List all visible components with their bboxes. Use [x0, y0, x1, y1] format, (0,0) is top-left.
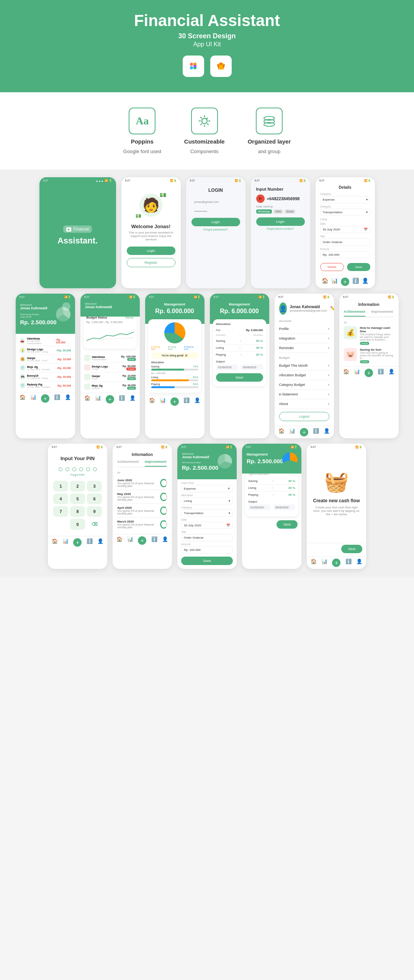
nav-home-icon[interactable]: 🏠	[20, 394, 26, 403]
profile-menu-item[interactable]: Profile›	[279, 324, 329, 334]
pin-key-3[interactable]: 3	[87, 481, 102, 492]
nav-add-btn[interactable]: +	[365, 369, 373, 377]
nav-home-icon[interactable]: 🏠	[52, 538, 58, 547]
tab-achievement[interactable]: Achievement	[344, 310, 365, 317]
cf-expense-select[interactable]: Expense ✕	[181, 485, 233, 492]
nav-chart-icon[interactable]: 📊	[30, 394, 36, 403]
nav-chart-icon[interactable]: 📊	[331, 278, 338, 286]
nav-person-icon[interactable]: 👤	[65, 394, 71, 403]
pin-key-5[interactable]: 5	[70, 493, 85, 504]
nav-chart-icon[interactable]: 📊	[62, 538, 69, 547]
cf-transport-select[interactable]: Transportation ▾	[181, 510, 233, 517]
mgmt2-date-start[interactable]: 01/09/2020	[248, 505, 271, 510]
details-amount-field[interactable]: Rp. 100.000	[320, 251, 370, 258]
cf-title-select[interactable]: Order Grabcar	[181, 534, 233, 541]
nav-chart-icon[interactable]: 📊	[321, 559, 327, 567]
nav-info-icon[interactable]: ℹ️	[183, 397, 190, 406]
tab-achievement2[interactable]: Achievement	[117, 460, 139, 467]
tab-improvement2[interactable]: Improvement	[145, 460, 167, 467]
account-edit-icon[interactable]: ✏️	[330, 306, 334, 311]
nav-add-btn[interactable]: +	[332, 559, 340, 567]
pin-key-4[interactable]: 4	[53, 493, 68, 504]
nav-add-btn[interactable]: +	[170, 397, 179, 406]
pin-key-8[interactable]: 8	[70, 506, 85, 517]
cf-living-select[interactable]: Living ▾	[181, 497, 233, 505]
alloc-budget-item[interactable]: Allocation Budget›	[279, 371, 329, 380]
nav-info-icon[interactable]: ℹ️	[378, 369, 384, 377]
forgot-password-link[interactable]: Forgot password?	[191, 228, 240, 231]
cf-date-select[interactable]: 30 July 2020 📅	[181, 522, 233, 529]
nav-home-icon[interactable]: 🏠	[343, 369, 349, 377]
nav-add-btn[interactable]: +	[138, 536, 146, 545]
nav-add-btn[interactable]: +	[300, 428, 308, 436]
pin-key-2[interactable]: 2	[70, 481, 85, 492]
nav-home-icon[interactable]: 🏠	[278, 428, 285, 436]
details-title-select[interactable]: Order Grabcar	[320, 238, 370, 246]
password-field[interactable]: ••••••••••••	[191, 207, 240, 215]
login-btn[interactable]: Login	[191, 218, 240, 226]
nav-add-btn[interactable]: +	[41, 394, 49, 403]
budget-history-link[interactable]: History	[125, 316, 134, 319]
details-transport-select[interactable]: Transportation ▾	[320, 209, 370, 216]
otp-login-btn[interactable]: Login	[256, 217, 305, 226]
nav-person-icon[interactable]: 👤	[129, 395, 136, 403]
nav-chart-icon[interactable]: 📊	[95, 395, 101, 403]
nav-info-icon[interactable]: ℹ️	[87, 538, 93, 547]
details-delete-btn[interactable]: Delete	[320, 263, 344, 271]
integration-menu-item[interactable]: Integration›	[279, 334, 329, 343]
budget-month-item[interactable]: Budget This Month›	[279, 361, 329, 371]
mgmt2-date-end[interactable]: 30/09/2020	[273, 505, 296, 510]
pin-key-backspace[interactable]: ⌫	[87, 519, 102, 530]
nav-chart-icon[interactable]: 📊	[160, 397, 166, 406]
nav-home-icon[interactable]: 🏠	[322, 278, 328, 286]
pin-key-0[interactable]: 0	[70, 519, 85, 530]
nav-person-icon[interactable]: 👤	[362, 278, 368, 286]
details-save-btn[interactable]: Save	[347, 263, 370, 271]
pin-key-9[interactable]: 9	[87, 506, 102, 517]
about-item[interactable]: About›	[279, 399, 329, 409]
nav-person-icon[interactable]: 👤	[324, 428, 330, 436]
estatement-item[interactable]: e-Statement›	[279, 390, 329, 399]
nav-chart-icon[interactable]: 📊	[289, 428, 295, 436]
mgmt2-next-btn[interactable]: Next	[277, 520, 298, 529]
pin-key-7[interactable]: 7	[53, 506, 68, 517]
details-expense-select[interactable]: Expense ▾	[320, 196, 370, 203]
date-end-field[interactable]: 30/09/2020	[241, 364, 263, 370]
nav-info-icon[interactable]: ℹ️	[119, 395, 125, 403]
nav-person-icon[interactable]: 👤	[388, 369, 394, 377]
cat-budget-item[interactable]: Category Budget›	[279, 380, 329, 390]
nav-chart-icon[interactable]: 📊	[354, 369, 360, 377]
cf-amount-field[interactable]: Rp. 100.000	[181, 546, 233, 554]
cf-next-btn[interactable]: Next	[341, 545, 362, 553]
nav-chart-icon[interactable]: 📊	[127, 536, 133, 545]
pin-forgot-link[interactable]: Forgot PIN?	[53, 474, 102, 476]
tab-improvement[interactable]: Improvement	[371, 310, 393, 317]
nav-info-icon[interactable]: ℹ️	[313, 428, 319, 436]
nav-person-icon[interactable]: 👤	[162, 536, 168, 545]
nav-person-icon[interactable]: 👤	[194, 397, 200, 406]
nav-home-icon[interactable]: 🏠	[311, 559, 317, 567]
nav-person-icon[interactable]: 👤	[356, 559, 362, 567]
cf-save-btn[interactable]: Save	[181, 557, 233, 565]
email-field[interactable]: jonas@gmail.com	[191, 198, 240, 206]
logout-btn[interactable]: Logout	[279, 412, 329, 421]
nav-info-icon[interactable]: ℹ️	[345, 559, 352, 567]
nav-info-icon[interactable]: ℹ️	[352, 278, 359, 286]
welcome-register-btn[interactable]: Register	[127, 258, 175, 267]
nav-add-btn[interactable]: +	[341, 278, 349, 286]
otp-forgot-link[interactable]: Forgot phone number?	[256, 227, 305, 230]
nav-home-icon[interactable]: 🏠	[116, 536, 123, 545]
reminder-menu-item[interactable]: Reminder›	[279, 343, 329, 353]
nav-home-icon[interactable]: 🏠	[149, 397, 155, 406]
nav-info-icon[interactable]: ℹ️	[54, 394, 60, 403]
nav-info-icon[interactable]: ℹ️	[151, 536, 157, 545]
pin-key-6[interactable]: 6	[87, 493, 102, 504]
nav-add-btn[interactable]: +	[73, 538, 82, 547]
details-date-select[interactable]: 30 July 2020 📅	[320, 226, 370, 233]
alloc-save-btn[interactable]: Save	[216, 373, 263, 382]
date-start-field[interactable]: 01/09/2020	[216, 364, 239, 370]
welcome-login-btn[interactable]: Login	[127, 247, 175, 255]
nav-add-btn[interactable]: +	[106, 395, 114, 403]
pin-key-1[interactable]: 1	[53, 481, 68, 492]
nav-person-icon[interactable]: 👤	[97, 538, 103, 547]
